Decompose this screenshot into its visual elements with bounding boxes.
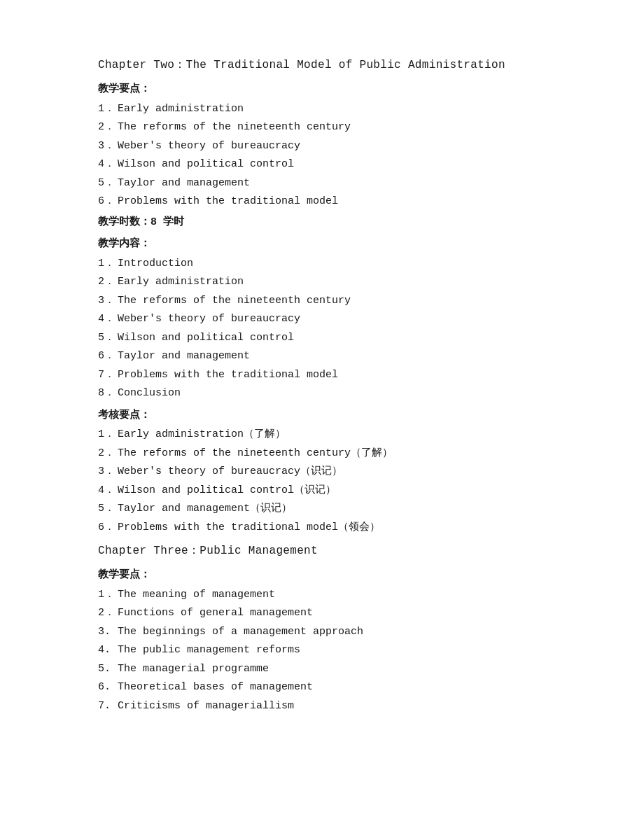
list-text: Weber's theory of bureaucracy（识记） xyxy=(118,463,546,481)
list-num: 6． xyxy=(98,192,118,211)
content-label-ch2: 教学内容： xyxy=(98,235,546,253)
list-num: 2． xyxy=(98,604,118,622)
list-num: 6． xyxy=(98,347,118,365)
list-item: 3． The reforms of the nineteenth century xyxy=(98,292,546,310)
chapter2-title: Chapter Two：The Traditional Model of Pub… xyxy=(98,56,546,75)
list-item: 1． Early administration xyxy=(98,100,546,118)
list-text: Problems with the traditional model（领会） xyxy=(118,519,546,537)
list-item: 6． Taylor and management xyxy=(98,347,546,365)
list-num: 7． xyxy=(98,366,118,384)
exam-list-ch2: 1． Early administration（了解） 2． The refor… xyxy=(98,426,546,536)
list-text: Weber's theory of bureaucracy xyxy=(118,310,546,328)
list-num: 3． xyxy=(98,137,118,155)
list-item: 1． The meaning of management xyxy=(98,586,546,604)
list-num: 4． xyxy=(98,482,118,500)
list-item: 6． Problems with the traditional model（领… xyxy=(98,519,546,537)
list-text: Wilson and political control xyxy=(118,329,546,347)
list-text: Taylor and management xyxy=(118,347,546,365)
list-item: 2． Early administration xyxy=(98,273,546,291)
list-text: Early administration xyxy=(118,100,546,118)
list-num: 5． xyxy=(98,500,118,518)
list-text: The reforms of the nineteenth century xyxy=(118,292,546,310)
list-item: 4． Wilson and political control xyxy=(98,155,546,174)
list-item: 2． The reforms of the nineteenth century xyxy=(98,118,546,136)
list-text: Taylor and management（识记） xyxy=(118,500,546,518)
list-item: 4． Wilson and political control（识记） xyxy=(98,482,546,500)
list-num: 1． xyxy=(98,255,118,273)
list-num: 1． xyxy=(98,426,118,444)
list-item: 2． Functions of general management xyxy=(98,604,546,622)
list-text: Early administration xyxy=(118,273,546,291)
list-item: 4． Weber's theory of bureaucracy xyxy=(98,310,546,328)
list-item: 3． Weber's theory of bureaucracy（识记） xyxy=(98,463,546,481)
list-text: The beginnings of a management approach xyxy=(118,623,546,641)
list-text: The public management reforms xyxy=(118,641,546,659)
list-text: Theoretical bases of management xyxy=(118,678,546,696)
list-num: 6． xyxy=(98,519,118,537)
list-item: 6. Theoretical bases of management xyxy=(98,678,546,696)
list-item: 1． Early administration（了解） xyxy=(98,426,546,444)
list-text: Taylor and management xyxy=(118,174,546,192)
list-item: 2． The reforms of the nineteenth century… xyxy=(98,444,546,463)
list-text: Problems with the traditional model xyxy=(118,192,546,211)
list-num: 5． xyxy=(98,174,118,192)
teaching-points-list-ch2: 1． Early administration 2． The reforms o… xyxy=(98,100,546,211)
list-item: 7． Problems with the traditional model xyxy=(98,366,546,384)
teaching-points-label-ch3: 教学要点： xyxy=(98,566,546,584)
list-num: 3． xyxy=(98,292,118,310)
list-text: Problems with the traditional model xyxy=(118,366,546,384)
list-text: Weber's theory of bureaucracy xyxy=(118,137,546,155)
list-item: 8． Conclusion xyxy=(98,384,546,402)
exam-label-ch2: 考核要点： xyxy=(98,407,546,425)
teaching-points-label-ch2: 教学要点： xyxy=(98,80,546,99)
list-item: 5． Wilson and political control xyxy=(98,329,546,347)
list-num: 2． xyxy=(98,444,118,463)
list-num: 4． xyxy=(98,155,118,174)
list-num: 3． xyxy=(98,463,118,481)
list-num: 1． xyxy=(98,100,118,118)
list-text: Wilson and political control xyxy=(118,155,546,174)
list-text: Criticisms of manageriallism xyxy=(118,697,546,715)
chapter3-title: Chapter Three：Public Management xyxy=(98,542,546,561)
list-item: 6． Problems with the traditional model xyxy=(98,192,546,211)
list-num: 8． xyxy=(98,384,118,402)
list-text: The reforms of the nineteenth century（了解… xyxy=(118,444,546,463)
list-num: 1． xyxy=(98,586,118,604)
list-item: 7. Criticisms of manageriallism xyxy=(98,697,546,715)
list-item: 4. The public management reforms xyxy=(98,641,546,659)
list-item: 1． Introduction xyxy=(98,255,546,273)
hours-label-ch2: 教学时数：8 学时 xyxy=(98,214,546,232)
list-num: 4. xyxy=(98,641,118,659)
list-text: Conclusion xyxy=(118,384,546,402)
list-num: 6. xyxy=(98,678,118,696)
list-text: The meaning of management xyxy=(118,586,546,604)
list-num: 5． xyxy=(98,329,118,347)
list-text: Early administration（了解） xyxy=(118,426,546,444)
list-num: 2． xyxy=(98,273,118,291)
list-item: 5． Taylor and management（识记） xyxy=(98,500,546,518)
list-text: Introduction xyxy=(118,255,546,273)
list-item: 5． Taylor and management xyxy=(98,174,546,192)
list-num: 7. xyxy=(98,697,118,715)
list-num: 5. xyxy=(98,660,118,678)
list-text: The reforms of the nineteenth century xyxy=(118,118,546,136)
list-text: Wilson and political control（识记） xyxy=(118,482,546,500)
content-list-ch2: 1． Introduction 2． Early administration … xyxy=(98,255,546,402)
list-item: 3. The beginnings of a management approa… xyxy=(98,623,546,641)
list-num: 3. xyxy=(98,623,118,641)
teaching-points-list-ch3: 1． The meaning of management 2． Function… xyxy=(98,586,546,715)
page-container: Chapter Two：The Traditional Model of Pub… xyxy=(98,56,546,715)
list-num: 2． xyxy=(98,118,118,136)
list-item: 5. The managerial programme xyxy=(98,660,546,678)
list-item: 3． Weber's theory of bureaucracy xyxy=(98,137,546,155)
list-text: The managerial programme xyxy=(118,660,546,678)
list-text: Functions of general management xyxy=(118,604,546,622)
list-num: 4． xyxy=(98,310,118,328)
